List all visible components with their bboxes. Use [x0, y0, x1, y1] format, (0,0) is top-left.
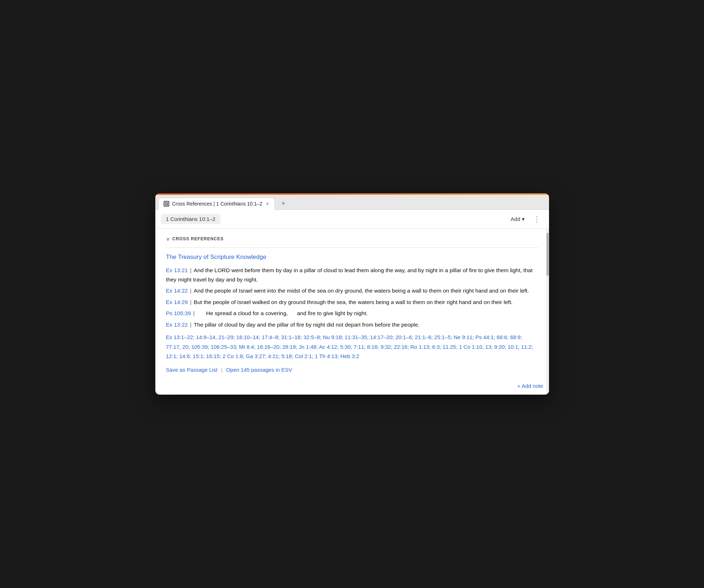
scrollbar-thumb[interactable] [547, 233, 549, 276]
add-button-label: Add [511, 216, 520, 222]
verse-text: And the people of Israel went into the m… [194, 288, 529, 294]
content-area: ∨ CROSS REFERENCES The Treasury of Scrip… [155, 229, 549, 380]
action-links: Save as Passage List | Open 145 passages… [166, 367, 538, 373]
section-divider [166, 247, 538, 248]
pipe: | [190, 322, 193, 328]
add-chevron-icon: ▾ [522, 216, 525, 222]
section-toggle-button[interactable]: ∨ [166, 236, 170, 242]
verse-block: Ex 14:29 | But the people of Israel walk… [166, 298, 538, 307]
source-title[interactable]: The Treasury of Scripture Knowledge [166, 254, 538, 261]
verse-block: Ex 13:21 | And the LORD went before them… [166, 266, 538, 284]
reference-list: Ex 13:1–22; 14:9–14, 21–29; 16:10–14; 17… [166, 333, 538, 361]
verse-ref-link[interactable]: Ex 14:22 [166, 288, 188, 294]
scrollbar-track[interactable] [546, 229, 549, 395]
tab-close-button[interactable]: × [265, 201, 270, 207]
pipe: | [193, 310, 196, 316]
pipe: | [190, 299, 193, 305]
verse-ref-link[interactable]: Ex 14:29 [166, 299, 188, 305]
section-header: ∨ CROSS REFERENCES [166, 236, 538, 242]
tab-title: Cross References | 1 Corinthians 10:1–2 [172, 201, 263, 207]
verse-text: And the LORD went before them by day in … [166, 267, 533, 283]
save-passage-list-link[interactable]: Save as Passage List [166, 367, 218, 373]
add-note-area: + Add note [155, 380, 549, 395]
verse-text: The pillar of cloud by day and the pilla… [194, 322, 419, 328]
more-options-button[interactable]: ⋮ [530, 213, 543, 225]
verse-text: But the people of Israel walked on dry g… [194, 299, 513, 305]
toolbar: 1 Corinthians 10:1–2 Add ▾ ⋮ [155, 210, 549, 229]
verse-ref-link[interactable]: Ex 13:22 [166, 322, 188, 328]
add-button[interactable]: Add ▾ [508, 214, 528, 225]
add-note-link[interactable]: + Add note [517, 383, 543, 389]
pipe: | [190, 288, 193, 294]
verse-ref-link[interactable]: Ps 105:39 [166, 310, 191, 316]
pipe: | [190, 267, 193, 273]
tab-bar: Cross References | 1 Corinthians 10:1–2 … [155, 195, 549, 210]
reference-badge: 1 Corinthians 10:1–2 [161, 214, 220, 224]
main-window: Cross References | 1 Corinthians 10:1–2 … [155, 193, 549, 395]
active-tab[interactable]: Cross References | 1 Corinthians 10:1–2 … [158, 198, 275, 210]
reference-list-links[interactable]: Ex 13:1–22; 14:9–14, 21–29; 16:10–14; 17… [166, 334, 533, 359]
open-passages-link[interactable]: Open 145 passages in ESV [226, 367, 292, 373]
verse-block: Ex 14:22 | And the people of Israel went… [166, 286, 538, 295]
tab-icon [164, 201, 169, 207]
section-title: CROSS REFERENCES [173, 236, 224, 241]
new-tab-button[interactable]: + [278, 198, 289, 209]
verse-text: He spread a cloud for a covering, and fi… [197, 310, 368, 316]
verse-block: Ex 13:22 | The pillar of cloud by day an… [166, 320, 538, 329]
verse-ref-link[interactable]: Ex 13:21 [166, 267, 188, 273]
verse-block: Ps 105:39 | He spread a cloud for a cove… [166, 309, 538, 318]
action-separator: | [221, 367, 223, 373]
